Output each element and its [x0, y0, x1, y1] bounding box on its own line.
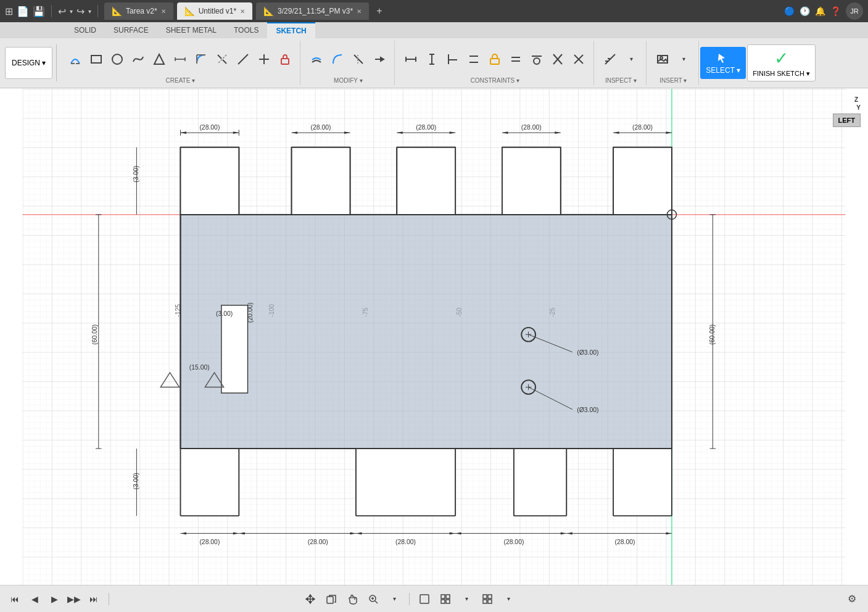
perpendicular-constraint[interactable]	[443, 49, 463, 69]
vertical-constraint[interactable]	[422, 49, 442, 69]
svg-point-34	[534, 58, 540, 64]
tab-tools[interactable]: TOOLS	[225, 22, 267, 38]
fillet-tool[interactable]	[191, 49, 211, 69]
line-tool[interactable]	[233, 49, 253, 69]
svg-point-3	[112, 54, 122, 64]
constraints-tools	[401, 41, 589, 77]
save-icon[interactable]: 💾	[33, 6, 45, 17]
cross-tool[interactable]	[254, 49, 274, 69]
tab-tarea-close[interactable]: ✕	[161, 8, 166, 15]
grid-dropdown-bottom[interactable]: ▾	[458, 590, 475, 608]
table-dropdown-bottom[interactable]: ▾	[500, 590, 517, 608]
svg-rect-195	[483, 595, 487, 598]
table-btn[interactable]	[479, 590, 496, 608]
svg-rect-90	[613, 449, 672, 516]
fillet2-tool[interactable]	[328, 49, 347, 69]
inspect-tools: ▾	[600, 41, 641, 77]
redo-dropdown-icon[interactable]: ▾	[88, 8, 91, 15]
hand-tool-bottom[interactable]	[344, 590, 361, 608]
coincident-constraint[interactable]	[548, 49, 568, 69]
svg-marker-45	[718, 54, 725, 63]
settings-button[interactable]: ⚙	[843, 590, 861, 608]
svg-marker-184	[313, 598, 315, 600]
undo-icon[interactable]: ↩	[58, 6, 66, 17]
playback-prev[interactable]: ◀	[27, 592, 42, 606]
design-button[interactable]: DESIGN ▾	[5, 47, 52, 79]
offset-tool[interactable]	[307, 49, 326, 69]
fix-constraint[interactable]	[485, 49, 505, 69]
display-mode-btn[interactable]	[416, 590, 433, 608]
history-icon[interactable]: 🕐	[800, 6, 810, 16]
view-cube[interactable]: Z Y LEFT	[833, 96, 861, 127]
finish-sketch-button[interactable]: ✓ FINISH SKETCH ▾	[747, 44, 816, 81]
grid-btn[interactable]	[437, 590, 454, 608]
zoom-tool-bottom[interactable]	[365, 590, 382, 608]
trim-tool[interactable]	[212, 49, 232, 69]
svg-rect-88	[356, 449, 455, 516]
tab-untitled[interactable]: 📐 Untitled v1* ✕	[177, 2, 252, 20]
tab-untitled-close[interactable]: ✕	[240, 8, 245, 15]
rect-tool[interactable]	[86, 49, 106, 69]
canvas-area[interactable]: -125 -100 -75 -50 -25 -25	[0, 89, 868, 585]
ribbon-group-inspect: ▾ INSPECT ▾	[595, 41, 647, 85]
move-tool-bottom[interactable]	[302, 590, 319, 608]
notification-icon[interactable]: 🔔	[815, 6, 825, 16]
spline-tool[interactable]	[128, 49, 148, 69]
create-tools	[65, 41, 295, 77]
copy-tool-bottom[interactable]	[323, 590, 340, 608]
help-icon[interactable]: ❓	[830, 6, 841, 16]
redo-icon[interactable]: ↪	[76, 6, 85, 17]
view-cube-left-button[interactable]: LEFT	[833, 114, 861, 127]
parallel-constraint[interactable]	[464, 49, 484, 69]
equal-constraint[interactable]	[506, 49, 526, 69]
tab-date-close[interactable]: ✕	[357, 8, 362, 15]
svg-text:(28.00): (28.00)	[632, 124, 653, 131]
svg-rect-16	[281, 59, 289, 64]
new-tab-button[interactable]: +	[373, 6, 386, 17]
circle-tool[interactable]	[107, 49, 127, 69]
tab-sketch[interactable]: SKETCH	[267, 22, 315, 38]
extend-tool[interactable]	[370, 49, 389, 69]
svg-line-11	[223, 60, 226, 64]
measure-tool[interactable]	[600, 49, 620, 69]
undo-dropdown-icon[interactable]: ▾	[70, 8, 73, 15]
arc-tool[interactable]	[65, 49, 85, 69]
x-constraint[interactable]	[569, 49, 589, 69]
ribbon: SOLID SURFACE SHEET METAL TOOLS SKETCH D…	[0, 22, 868, 88]
tab-tarea[interactable]: 📐 Tarea v2* ✕	[104, 2, 173, 20]
zoom-dropdown-bottom[interactable]: ▾	[386, 590, 403, 608]
online-icon[interactable]: 🔵	[784, 6, 795, 16]
bottom-right-tools: ▾ ▾ ▾	[302, 590, 517, 608]
dim-tool[interactable]	[170, 49, 190, 69]
insert-dropdown[interactable]: ▾	[674, 49, 693, 69]
create-group-label: CREATE ▾	[166, 77, 196, 85]
lock-tool[interactable]	[275, 49, 295, 69]
tangent-constraint[interactable]	[527, 49, 547, 69]
tab-date[interactable]: 📐 3/29/21_11:54_PM v3* ✕	[256, 2, 369, 20]
app-menu-icon[interactable]: ⊞	[5, 6, 13, 17]
triangle-tool[interactable]	[149, 49, 169, 69]
svg-text:(28.00): (28.00)	[503, 539, 524, 545]
svg-rect-87	[180, 449, 239, 516]
svg-rect-190	[420, 595, 429, 603]
svg-text:(28.00): (28.00)	[199, 124, 220, 131]
tab-sheet-metal[interactable]: SHEET METAL	[157, 22, 225, 38]
horizontal-constraint[interactable]	[401, 49, 421, 69]
playback-start[interactable]: ⏮	[7, 592, 22, 606]
user-avatar[interactable]: JR	[846, 2, 863, 20]
inspect-group-label: INSPECT ▾	[605, 77, 637, 85]
inspect-dropdown[interactable]: ▾	[621, 49, 641, 69]
trim2-tool[interactable]	[349, 49, 368, 69]
tab-solid[interactable]: SOLID	[65, 22, 105, 38]
insert-image-tool[interactable]	[653, 49, 672, 69]
svg-text:(3.00): (3.00)	[133, 166, 139, 183]
svg-text:(28.00): (28.00)	[199, 539, 220, 545]
insert-tools: ▾	[653, 41, 693, 77]
playback-next[interactable]: ▶▶	[67, 592, 81, 606]
tab-surface[interactable]: SURFACE	[105, 22, 157, 38]
playback-play[interactable]: ▶	[47, 592, 62, 606]
new-file-icon[interactable]: 📄	[17, 6, 29, 17]
playback-end[interactable]: ⏭	[86, 592, 101, 606]
svg-marker-20	[381, 57, 384, 61]
select-button[interactable]: SELECT ▾	[700, 47, 746, 79]
